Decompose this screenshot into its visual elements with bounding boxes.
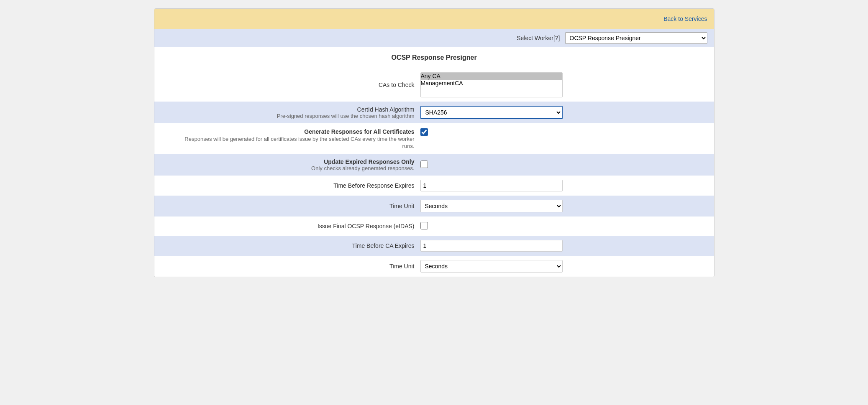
certid-hash-row: CertId Hash Algorithm Pre-signed respons… xyxy=(154,102,714,123)
main-container: Back to Services Select Worker[?] OCSP R… xyxy=(154,8,714,277)
generate-responses-row: Generate Responses for All Certificates … xyxy=(154,123,714,154)
issue-final-ocsp-row: Issue Final OCSP Response (eIDAS) xyxy=(154,217,714,236)
cas-to-check-row: CAs to Check Any CA ManagementCA xyxy=(154,68,714,102)
update-expired-checkbox[interactable] xyxy=(420,160,428,168)
time-unit-ca-select[interactable]: Seconds Minutes Hours Days xyxy=(420,260,563,273)
time-unit-ca-label: Time Unit xyxy=(161,263,420,270)
cas-to-check-label: CAs to Check xyxy=(161,82,420,88)
time-unit-response-row: Time Unit Seconds Minutes Hours Days xyxy=(154,196,714,217)
generate-responses-label: Generate Responses for All Certificates … xyxy=(161,128,420,149)
certid-hash-label: CertId Hash Algorithm Pre-signed respons… xyxy=(161,106,420,119)
worker-row: Select Worker[?] OCSP Response Presigner… xyxy=(154,29,714,47)
time-before-ca-input[interactable] xyxy=(420,240,563,252)
time-unit-response-control: Seconds Minutes Hours Days xyxy=(420,200,707,212)
time-before-ca-label: Time Before CA Expires xyxy=(161,242,420,249)
cas-to-check-control: Any CA ManagementCA xyxy=(420,72,707,97)
time-unit-ca-control: Seconds Minutes Hours Days xyxy=(420,260,707,273)
generate-responses-checkbox[interactable] xyxy=(420,128,428,136)
cas-to-check-listbox[interactable]: Any CA ManagementCA xyxy=(420,72,563,97)
header-bar: Back to Services xyxy=(154,9,714,29)
certid-hash-control: SHA256 SHA1 SHA384 SHA512 xyxy=(420,106,707,119)
update-expired-row: Update Expired Responses Only Only check… xyxy=(154,154,714,176)
issue-final-ocsp-control xyxy=(420,222,707,231)
section-title-row: OCSP Response Presigner xyxy=(154,47,714,68)
time-unit-response-label: Time Unit xyxy=(161,203,420,209)
update-expired-label: Update Expired Responses Only Only check… xyxy=(161,158,420,171)
section-title: OCSP Response Presigner xyxy=(391,54,476,61)
time-before-ca-row: Time Before CA Expires xyxy=(154,236,714,256)
issue-final-ocsp-checkbox[interactable] xyxy=(420,222,428,229)
time-before-response-row: Time Before Response Expires xyxy=(154,176,714,196)
time-unit-response-select[interactable]: Seconds Minutes Hours Days xyxy=(420,200,563,212)
update-expired-control xyxy=(420,160,707,169)
time-before-ca-control xyxy=(420,240,707,252)
worker-label: Select Worker[?] xyxy=(517,35,560,41)
time-unit-ca-row: Time Unit Seconds Minutes Hours Days xyxy=(154,256,714,277)
certid-hash-select[interactable]: SHA256 SHA1 SHA384 SHA512 xyxy=(420,106,563,119)
generate-responses-control xyxy=(420,128,707,137)
worker-select[interactable]: OCSP Response Presigner Other Worker xyxy=(565,32,707,44)
back-to-services-link[interactable]: Back to Services xyxy=(663,15,707,22)
time-before-response-input[interactable] xyxy=(420,180,563,191)
issue-final-ocsp-label: Issue Final OCSP Response (eIDAS) xyxy=(161,223,420,229)
time-before-response-control xyxy=(420,180,707,191)
time-before-response-label: Time Before Response Expires xyxy=(161,182,420,189)
